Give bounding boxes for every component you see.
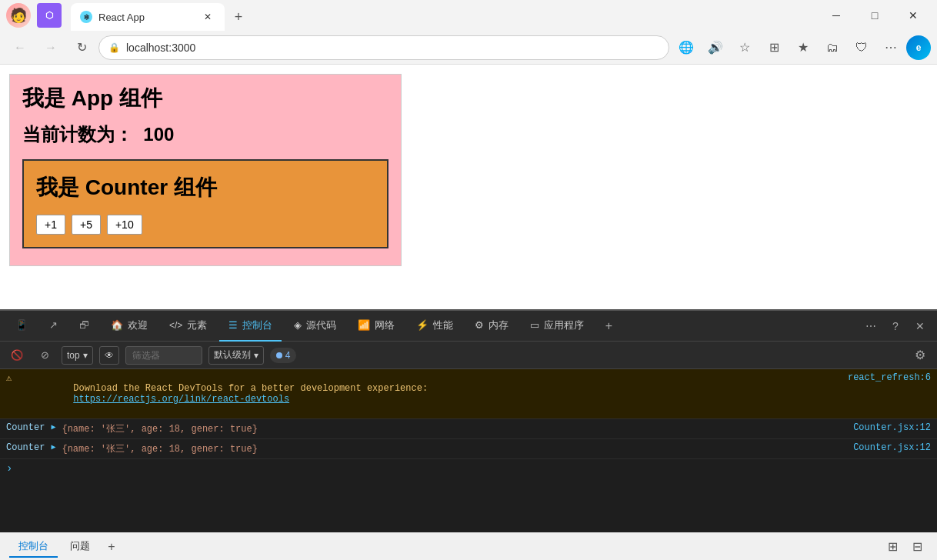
nav-bar: ← → ↻ 🔒 localhost:3000 🌐 🔊 ☆ ⊞ ★ 🗂 🛡 ⋯ e	[0, 31, 937, 65]
address-text: localhost:3000	[126, 42, 659, 54]
bottom-tab-add-button[interactable]: +	[102, 538, 121, 556]
nav-actions: 🌐 🔊 ☆ ⊞ ★ 🗂 🛡 ⋯ e	[672, 34, 931, 62]
devtools-tab-performance[interactable]: ⚡ 性能	[407, 311, 462, 342]
devtools-tab-memory[interactable]: ⚙ 内存	[465, 311, 518, 342]
filter-input[interactable]	[125, 346, 202, 365]
devtools-add-tab-button[interactable]: +	[596, 314, 621, 338]
message-count-text: 4	[285, 350, 291, 361]
more-button[interactable]: ⋯	[877, 34, 905, 62]
console-warning-text: Download the React DevTools for a better…	[18, 372, 842, 415]
devtools-tab-application[interactable]: ▭ 应用程序	[521, 311, 593, 342]
devtools-link[interactable]: https://reactjs.org/link/react-devtools	[73, 394, 289, 405]
expand-triangle-1[interactable]: ▶	[51, 422, 55, 432]
elements-icon: </>	[169, 320, 182, 331]
devtools-tab-elements[interactable]: </> 元素	[160, 311, 216, 342]
devtools-close-button[interactable]: ✕	[909, 315, 931, 337]
bottom-dock-button[interactable]: ⊞	[882, 536, 903, 558]
counter-btn-10[interactable]: +10	[107, 215, 142, 235]
bottom-bar: 控制台 问题 + ⊞ ⊟	[0, 532, 937, 560]
devtools-tab-network[interactable]: 📶 网络	[348, 311, 404, 342]
console-message-devtools-warning: ⚠ Download the React DevTools for a bett…	[0, 369, 937, 419]
lock-icon: 🔒	[108, 42, 120, 53]
message-count-dot	[276, 352, 282, 358]
welcome-icon: 🏠	[111, 319, 123, 331]
app-counter-display: 当前计数为： 100	[22, 122, 388, 147]
favorites-button[interactable]: ☆	[731, 34, 759, 62]
counter-btn-5[interactable]: +5	[72, 215, 101, 235]
warning-icon: ⚠	[6, 372, 12, 384]
close-button[interactable]: ✕	[895, 0, 931, 31]
counter-title: 我是 Counter 组件	[36, 173, 375, 202]
edge-icon[interactable]: e	[906, 35, 931, 60]
devtools-more-button[interactable]: ⋯	[860, 315, 882, 337]
console-object-1: {name: '张三', age: 18, gener: true}	[62, 422, 257, 435]
context-select[interactable]: top ▾	[62, 346, 93, 365]
address-bar[interactable]: 🔒 localhost:3000	[98, 35, 669, 60]
log-source-2[interactable]: Counter.jsx:12	[853, 442, 931, 453]
performance-label: 性能	[433, 318, 453, 332]
console-log-label-2: Counter	[6, 442, 45, 453]
viewport: 我是 App 组件 当前计数为： 100 我是 Counter 组件 +1 +5…	[0, 65, 937, 309]
console-icon: ☰	[228, 319, 238, 331]
console-prompt-icon: ›	[6, 462, 12, 475]
devtools-tab-sources[interactable]: ◈ 源代码	[285, 311, 345, 342]
read-aloud-button[interactable]: 🔊	[702, 34, 729, 62]
devtools-tab-screencast[interactable]: 📱	[6, 311, 37, 342]
collections-icon[interactable]: ⬡	[37, 3, 62, 28]
translate-button[interactable]: 🌐	[672, 34, 700, 62]
message-count-badge: 4	[270, 348, 297, 363]
bottom-tab-issues[interactable]: 问题	[61, 536, 99, 558]
console-object-2: {name: '张三', age: 18, gener: true}	[62, 442, 257, 455]
counter-btn-1[interactable]: +1	[36, 215, 65, 235]
devtools-tab-device[interactable]: 🗗	[70, 311, 98, 342]
counter-component: 我是 Counter 组件 +1 +5 +10	[22, 159, 388, 248]
network-label: 网络	[375, 318, 395, 332]
browser-essentials-button[interactable]: 🛡	[848, 34, 875, 62]
devtools-tab-console[interactable]: ☰ 控制台	[219, 311, 282, 342]
tab-favicon: ⚛	[80, 11, 92, 23]
memory-icon: ⚙	[475, 319, 484, 331]
console-output: ⚠ Download the React DevTools for a bett…	[0, 369, 937, 532]
devtools-panel: 📱 ↗ 🗗 🏠 欢迎 </> 元素 ☰ 控制台 ◈ 源代码 📶 网络	[0, 309, 937, 532]
level-select-label: 默认级别	[214, 348, 251, 362]
bottom-tab-console[interactable]: 控制台	[9, 536, 58, 558]
collections-button[interactable]: 🗂	[819, 34, 846, 62]
back-button[interactable]: ←	[6, 34, 34, 62]
elements-label: 元素	[187, 318, 207, 332]
console-stop-button[interactable]: ⊘	[34, 345, 55, 366]
forward-button[interactable]: →	[37, 34, 65, 62]
console-label-tab: 控制台	[242, 318, 272, 332]
expand-triangle-2[interactable]: ▶	[51, 442, 55, 452]
tab-close-button[interactable]: ✕	[200, 9, 215, 25]
app-title: 我是 App 组件	[22, 84, 388, 113]
level-select[interactable]: 默认级别 ▾	[208, 346, 264, 365]
split-screen-button[interactable]: ⊞	[760, 34, 788, 62]
console-message-counter-2: Counter ▶ {name: '张三', age: 18, gener: t…	[0, 439, 937, 459]
bottom-detach-button[interactable]: ⊟	[906, 536, 928, 558]
devtools-tab-welcome[interactable]: 🏠 欢迎	[102, 311, 157, 342]
minimize-button[interactable]: ─	[819, 0, 854, 31]
title-bar: 🧑 ⬡ ⚛ React App ✕ + ─ □ ✕	[0, 0, 937, 31]
maximize-button[interactable]: □	[857, 0, 892, 31]
counter-display-label: 当前计数为：	[22, 124, 133, 145]
log-source-1[interactable]: Counter.jsx:12	[853, 422, 931, 433]
tab-title: React App	[98, 12, 194, 23]
console-clear-button[interactable]: 🚫	[6, 345, 28, 366]
window-controls: ─ □ ✕	[819, 0, 931, 31]
favorites-hub-button[interactable]: ★	[789, 34, 817, 62]
devtools-tab-inspect[interactable]: ↗	[40, 311, 67, 342]
devtools-help-button[interactable]: ?	[885, 315, 906, 337]
warning-source[interactable]: react_refresh:6	[848, 372, 931, 383]
console-settings-button[interactable]: ⚙	[909, 345, 931, 366]
profile-icon[interactable]: 🧑	[6, 3, 31, 28]
console-toolbar: 🚫 ⊘ top ▾ 👁 默认级别 ▾ 4 ⚙	[0, 342, 937, 369]
network-icon: 📶	[358, 319, 370, 331]
sources-icon: ◈	[294, 319, 302, 331]
eye-button[interactable]: 👁	[99, 346, 119, 365]
welcome-label: 欢迎	[128, 318, 148, 332]
active-tab[interactable]: ⚛ React App ✕	[71, 3, 225, 31]
devtools-tab-bar: 📱 ↗ 🗗 🏠 欢迎 </> 元素 ☰ 控制台 ◈ 源代码 📶 网络	[0, 311, 937, 342]
performance-icon: ⚡	[416, 319, 428, 331]
refresh-button[interactable]: ↻	[68, 34, 95, 62]
new-tab-button[interactable]: +	[225, 3, 252, 31]
